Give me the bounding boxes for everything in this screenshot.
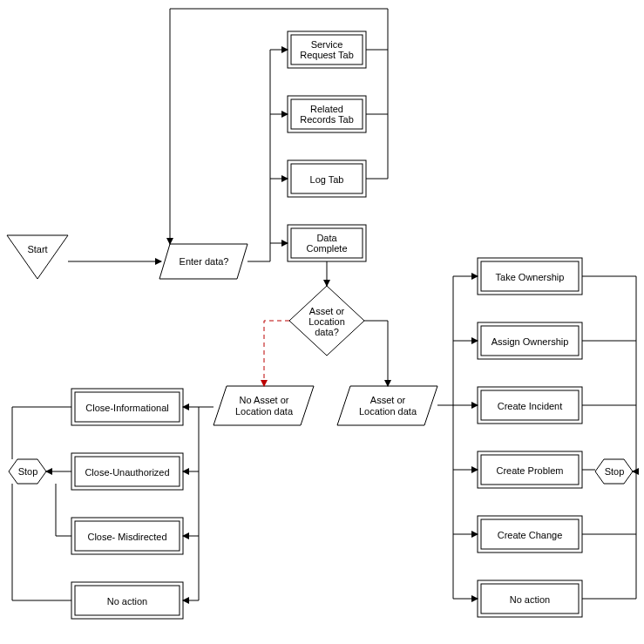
create-change-label: Create Change <box>498 530 563 540</box>
edge-closeinfo-stop <box>12 407 71 459</box>
service-request-tab-label-2: Request Tab <box>300 50 354 60</box>
enter-data-label: Enter data? <box>180 256 229 267</box>
log-tab-label: Log Tab <box>310 174 344 185</box>
no-action-right-node: No action <box>478 580 582 617</box>
create-problem-label: Create Problem <box>496 465 563 476</box>
start-node: Start <box>7 235 68 279</box>
stop-right-node: Stop <box>595 459 633 484</box>
edge-takeown-stop <box>582 276 636 471</box>
edge-decision-asset <box>364 321 388 386</box>
assign-ownership-label: Assign Ownership <box>491 336 569 347</box>
edge-noasset-noaction <box>183 407 199 600</box>
take-ownership-node: Take Ownership <box>478 258 582 295</box>
asset-data-label-2: Location data <box>359 406 417 417</box>
related-records-tab-label-2: Records Tab <box>300 114 354 125</box>
create-incident-node: Create Incident <box>478 387 582 424</box>
data-complete-node: Data Complete <box>288 225 366 261</box>
service-request-tab-node: Service Request Tab <box>288 31 366 68</box>
service-request-tab-label-1: Service <box>311 39 343 50</box>
create-problem-node: Create Problem <box>478 451 582 488</box>
assign-ownership-node: Assign Ownership <box>478 322 582 359</box>
svg-marker-0 <box>7 235 68 279</box>
no-action-left-node: No action <box>71 582 183 619</box>
asset-decision-label-1: Asset or <box>309 306 345 316</box>
edge-noactionright-stop <box>582 471 636 599</box>
start-label: Start <box>27 244 47 254</box>
close-unauthorized-label: Close-Unauthorized <box>85 467 169 478</box>
asset-data-node: Asset or Location data <box>337 386 437 425</box>
related-records-tab-label-1: Related <box>310 104 343 114</box>
stop-left-label: Stop <box>18 466 38 477</box>
close-misdirected-node: Close- Misdirected <box>71 518 183 554</box>
edge-closemisd-stop <box>56 484 71 536</box>
related-records-tab-node: Related Records Tab <box>288 96 366 132</box>
asset-decision-label-3: data? <box>315 327 339 337</box>
create-incident-label: Create Incident <box>498 401 563 411</box>
take-ownership-label: Take Ownership <box>496 272 565 282</box>
no-asset-node: No Asset or Location data <box>214 386 314 425</box>
edge-asset-noaction <box>453 405 478 599</box>
data-complete-label-1: Data <box>316 233 337 243</box>
log-tab-node: Log Tab <box>288 160 366 197</box>
create-change-node: Create Change <box>478 516 582 552</box>
asset-decision-label-2: Location <box>308 316 345 327</box>
close-informational-label: Close-Informational <box>85 403 168 413</box>
close-informational-node: Close-Informational <box>71 389 183 425</box>
close-misdirected-label: Close- Misdirected <box>87 532 166 542</box>
asset-data-label-1: Asset or <box>370 395 406 405</box>
no-action-right-label: No action <box>510 594 550 605</box>
edge-decision-noasset <box>264 321 289 386</box>
close-unauthorized-node: Close-Unauthorized <box>71 453 183 490</box>
enter-data-node: Enter data? <box>159 244 247 279</box>
data-complete-label-2: Complete <box>306 243 347 254</box>
asset-decision-node: Asset or Location data? <box>289 286 364 356</box>
no-action-left-label: No action <box>107 596 147 607</box>
stop-right-label: Stop <box>605 466 625 477</box>
stop-left-node: Stop <box>9 459 46 484</box>
no-asset-label-2: Location data <box>235 406 294 417</box>
no-asset-label-1: No Asset or <box>240 395 289 405</box>
flowchart-diagram: Start Enter data? Service Request Tab Re… <box>0 0 644 644</box>
edge-noactionleft-stop <box>12 484 71 600</box>
edge-enter-service <box>247 50 288 261</box>
